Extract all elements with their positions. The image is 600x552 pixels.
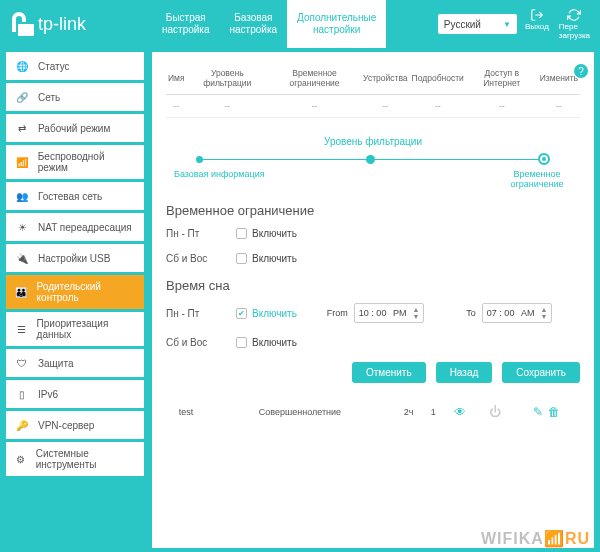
- time-to-input[interactable]: 07 : 00 AM ▲▼: [482, 303, 552, 323]
- tab-basic[interactable]: Базовая настройка: [220, 0, 288, 48]
- sidebar-item-ipv6[interactable]: ▯IPv6: [6, 380, 144, 408]
- cell-time: 2ч: [394, 399, 424, 425]
- tab-quick-setup[interactable]: Быстрая настройка: [152, 0, 220, 48]
- language-select[interactable]: Русский▼: [438, 14, 517, 34]
- reboot-button[interactable]: Пере загрузка: [559, 8, 590, 40]
- table-empty-row: --------------: [166, 95, 580, 118]
- th-details: Подробности: [410, 62, 466, 95]
- mode-icon: ⇄: [14, 123, 30, 134]
- guest-icon: 👥: [14, 191, 30, 202]
- sidebar-item-security[interactable]: 🛡Защита: [6, 349, 144, 377]
- label-sleep-sat-sun: Сб и Вос: [166, 337, 236, 348]
- th-level: Уровень фильтрации: [187, 62, 268, 95]
- sidebar-item-nat[interactable]: ☀NAT переадресация: [6, 213, 144, 241]
- step-label-time: Временное ограничение: [502, 169, 572, 189]
- section-sleep: Время сна: [166, 278, 580, 293]
- nat-icon: ☀: [14, 222, 30, 233]
- th-time: Временное ограничение: [268, 62, 361, 95]
- logout-button[interactable]: Выход: [525, 8, 549, 40]
- checkbox-sleep-weekend[interactable]: Включить: [236, 337, 297, 348]
- sidebar-item-network[interactable]: 🔗Сеть: [6, 83, 144, 111]
- logout-icon: [530, 8, 544, 22]
- reload-icon: [567, 8, 581, 22]
- th-edit: Изменить: [538, 62, 580, 95]
- usb-icon: 🔌: [14, 253, 30, 264]
- stepper-title: Уровень фильтрации: [166, 136, 580, 147]
- ipv6-icon: ▯: [14, 389, 30, 400]
- parental-icon: 👪: [14, 287, 29, 298]
- save-button[interactable]: Сохранить: [502, 362, 580, 383]
- stepper-icon: ▲▼: [412, 306, 419, 320]
- sidebar-item-mode[interactable]: ⇄Рабочий режим: [6, 114, 144, 142]
- delete-icon[interactable]: 🗑: [548, 405, 560, 419]
- cancel-button[interactable]: Отменить: [352, 362, 426, 383]
- checkbox-sleep-weekday[interactable]: Включить: [236, 308, 297, 319]
- chevron-down-icon: ▼: [503, 20, 511, 29]
- time-from-input[interactable]: 10 : 00 PM ▲▼: [354, 303, 424, 323]
- qos-icon: ☰: [14, 324, 29, 335]
- back-button[interactable]: Назад: [436, 362, 493, 383]
- step-dot-basic: [196, 156, 203, 163]
- profiles-table: Имя Уровень фильтрации Временное огранич…: [166, 62, 580, 118]
- tab-advanced[interactable]: Дополнительные настройки: [287, 0, 386, 48]
- view-icon[interactable]: 👁: [454, 405, 466, 419]
- label-from: From: [327, 308, 348, 318]
- label-to: To: [466, 308, 476, 318]
- cell-name: test: [166, 399, 206, 425]
- wifi-icon: 📶: [14, 157, 30, 168]
- table-row: test Совершеннолетние 2ч 1 👁 ⏻ ✎ 🗑: [166, 399, 580, 425]
- cell-level: Совершеннолетние: [206, 399, 393, 425]
- edit-icon[interactable]: ✎: [533, 405, 543, 419]
- gear-icon: ⚙: [14, 454, 28, 465]
- th-name: Имя: [166, 62, 187, 95]
- th-internet: Доступ в Интернет: [466, 62, 538, 95]
- profiles-table-bottom: test Совершеннолетние 2ч 1 👁 ⏻ ✎ 🗑: [166, 399, 580, 425]
- brand-logo: tp-link: [12, 12, 152, 36]
- section-time-restrict: Временное ограничение: [166, 203, 580, 218]
- sidebar-item-qos[interactable]: ☰Приоритезация данных: [6, 312, 144, 346]
- brand-text: tp-link: [38, 14, 86, 35]
- internet-toggle-icon[interactable]: ⏻: [489, 405, 501, 419]
- sidebar: 🌐Статус 🔗Сеть ⇄Рабочий режим 📶Беспроводн…: [0, 48, 148, 552]
- step-label-basic: Базовая информация: [174, 169, 265, 189]
- main-content: ? Имя Уровень фильтрации Временное огран…: [152, 52, 594, 548]
- svg-rect-0: [18, 24, 34, 36]
- sidebar-item-guest[interactable]: 👥Гостевая сеть: [6, 182, 144, 210]
- label-sleep-mon-fri: Пн - Пт: [166, 308, 236, 319]
- watermark: WIFIKA📶RU: [481, 529, 590, 548]
- shield-icon: 🛡: [14, 358, 30, 369]
- network-icon: 🔗: [14, 92, 30, 103]
- label-sat-sun: Сб и Вос: [166, 253, 236, 264]
- label-mon-fri: Пн - Пт: [166, 228, 236, 239]
- sidebar-item-usb[interactable]: 🔌Настройки USB: [6, 244, 144, 272]
- step-dot-filter: [366, 155, 375, 164]
- th-devices: Устройства: [361, 62, 409, 95]
- cell-devices: 1: [423, 399, 443, 425]
- sidebar-item-wireless[interactable]: 📶Беспроводной режим: [6, 145, 144, 179]
- step-dot-time: [538, 153, 550, 165]
- vpn-icon: 🔑: [14, 420, 30, 431]
- wizard-stepper: Уровень фильтрации Базовая информация Вр…: [166, 136, 580, 189]
- sidebar-item-tools[interactable]: ⚙Системные инструменты: [6, 442, 144, 476]
- checkbox-restrict-weekend[interactable]: Включить: [236, 253, 297, 264]
- table-header-row: Имя Уровень фильтрации Временное огранич…: [166, 62, 580, 95]
- help-button[interactable]: ?: [574, 64, 588, 78]
- sidebar-item-vpn[interactable]: 🔑VPN-сервер: [6, 411, 144, 439]
- globe-icon: 🌐: [14, 61, 30, 72]
- checkbox-restrict-weekday[interactable]: Включить: [236, 228, 297, 239]
- sidebar-item-status[interactable]: 🌐Статус: [6, 52, 144, 80]
- main-tabs: Быстрая настройка Базовая настройка Допо…: [152, 0, 438, 48]
- stepper-icon: ▲▼: [540, 306, 547, 320]
- sidebar-item-parental[interactable]: 👪Родительский контроль: [6, 275, 144, 309]
- tplink-logo-icon: [12, 12, 34, 36]
